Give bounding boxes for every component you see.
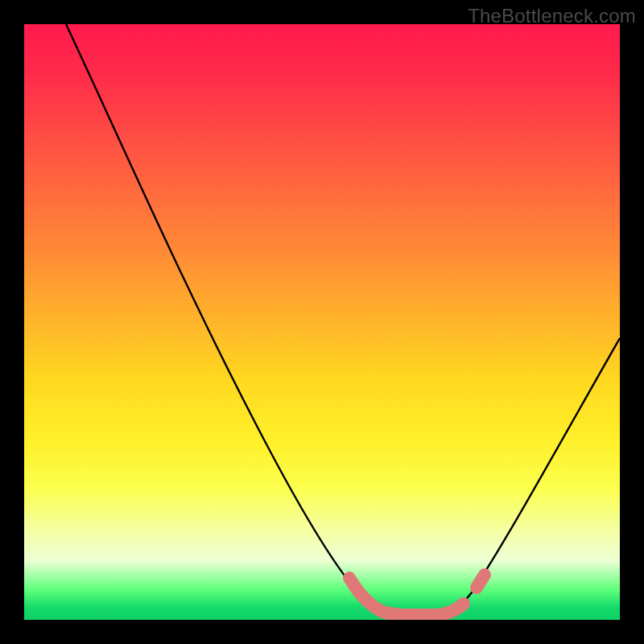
chart-svg [24, 24, 620, 620]
highlight-blob [477, 575, 485, 588]
chart-frame: TheBottleneck.com [0, 0, 644, 644]
highlight-band [349, 578, 464, 615]
curve-line [66, 24, 620, 615]
watermark-text: TheBottleneck.com [468, 5, 636, 27]
